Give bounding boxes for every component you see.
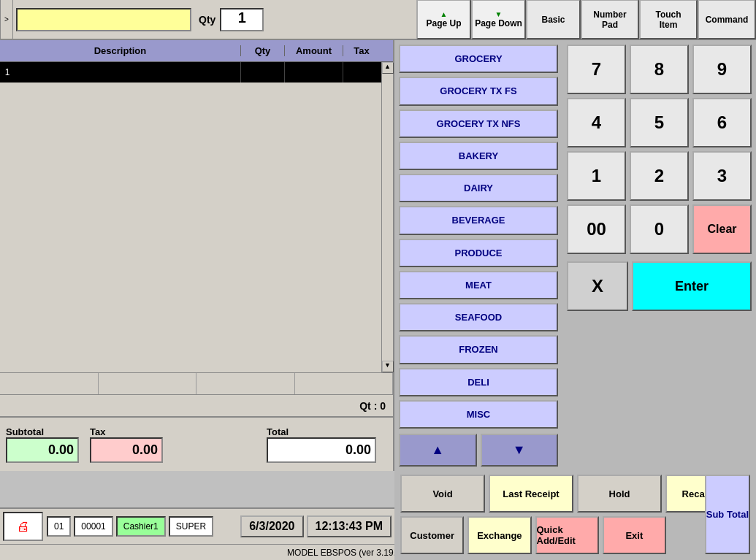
touch-item-button[interactable]: TouchItem: [639, 0, 698, 39]
num-00[interactable]: 00: [567, 204, 626, 254]
category-grocery[interactable]: GROCERY: [399, 45, 558, 73]
num-5[interactable]: 5: [630, 98, 689, 147]
category-meat[interactable]: MEAT: [399, 271, 558, 299]
num-8[interactable]: 8: [630, 45, 689, 94]
action-row-2: Customer Exchange Quick Add/Edit Exit: [400, 516, 750, 554]
time-display: 12:13:43 PM: [307, 515, 392, 537]
category-seafood[interactable]: SEAFOOD: [399, 303, 558, 331]
command-button[interactable]: Command: [698, 0, 756, 39]
void-button[interactable]: Void: [400, 475, 485, 513]
scroll-down-button[interactable]: ▼: [382, 361, 394, 372]
item-input[interactable]: [16, 8, 191, 31]
page-down-label: Page Down: [475, 18, 522, 28]
category-scroll-up[interactable]: ▲: [399, 434, 477, 467]
table-row[interactable]: 1: [0, 62, 381, 83]
category-panel: GROCERY GROCERY TX FS GROCERY TX NFS BAK…: [394, 40, 562, 471]
num-0[interactable]: 0: [630, 204, 689, 254]
row-description: [15, 62, 241, 83]
exchange-button[interactable]: Exchange: [467, 516, 531, 554]
table-rows: 1: [0, 62, 381, 372]
num-9[interactable]: 9: [692, 45, 752, 94]
total-label: Total: [267, 426, 376, 437]
quick-add-button[interactable]: Quick Add/Edit: [535, 516, 599, 554]
row-amount: [285, 62, 343, 83]
total-block: Total 0.00: [267, 426, 376, 463]
exit-button[interactable]: Exit: [603, 516, 666, 554]
bottom-action-row: [0, 372, 393, 394]
sub-total-button[interactable]: Sub Total: [705, 475, 750, 554]
qty-value: 1: [220, 8, 264, 31]
category-frozen[interactable]: FROZEN: [399, 335, 558, 364]
totals-row: Subtotal 0.00 Tax 0.00 Total 0.00: [0, 416, 393, 471]
category-dairy[interactable]: DAIRY: [399, 174, 558, 202]
category-scroll-down[interactable]: ▼: [481, 434, 559, 467]
clear-button[interactable]: Clear: [692, 204, 752, 254]
enter-button[interactable]: Enter: [632, 261, 752, 311]
subtotal-value: 0.00: [6, 437, 79, 463]
num-1[interactable]: 1: [567, 151, 626, 201]
table-body: 1 ▲ ▼: [0, 62, 393, 372]
store-id: 00001: [74, 516, 112, 537]
touch-item-label: TouchItem: [655, 9, 681, 30]
qt-row: Qt : 0: [0, 394, 393, 416]
numpad-panel: 7 8 9 4 5 6 1 2 3 00 0 Clear X Enter: [562, 40, 756, 471]
top-nav-buttons: ▲ Page Up ▼ Page Down Basic NumberPad To…: [416, 0, 756, 39]
num-4[interactable]: 4: [567, 98, 626, 147]
total-value: 0.00: [267, 437, 376, 463]
arrow-button[interactable]: >: [0, 0, 13, 39]
last-receipt-button[interactable]: Last Receipt: [489, 475, 573, 513]
scroll-up-button[interactable]: ▲: [382, 62, 394, 74]
command-label: Command: [706, 15, 749, 25]
category-grocery-tx-nfs[interactable]: GROCERY TX NFS: [399, 110, 558, 138]
action-cell-4: [295, 373, 394, 394]
num-2[interactable]: 2: [630, 151, 689, 201]
arrow-up-icon: ▲: [440, 10, 448, 18]
basic-button[interactable]: Basic: [526, 0, 581, 39]
page-up-label: Page Up: [426, 18, 461, 28]
action-cell-3: [196, 373, 295, 394]
number-pad-label: NumberPad: [593, 9, 626, 30]
action-cell-1: [0, 373, 99, 394]
qt-label: Qt : 0: [359, 400, 386, 412]
category-deli[interactable]: DELI: [399, 368, 558, 396]
basic-label: Basic: [541, 15, 565, 25]
num-6[interactable]: 6: [692, 98, 752, 147]
printer-icon-cell: 🖨: [3, 512, 43, 541]
num-7[interactable]: 7: [567, 45, 626, 94]
right-section: GROCERY GROCERY TX FS GROCERY TX NFS BAK…: [394, 40, 756, 471]
header-description: Description: [0, 45, 241, 56]
top-bar: > Qty 1 ▲ Page Up ▼ Page Down Basic Numb…: [0, 0, 756, 40]
num-3[interactable]: 3: [692, 151, 752, 201]
category-bakery[interactable]: BAKERY: [399, 142, 558, 170]
page-down-button[interactable]: ▼ Page Down: [471, 0, 526, 39]
customer-button[interactable]: Customer: [400, 516, 464, 554]
cashier-name: Cashier1: [116, 516, 166, 537]
terminal-id: 01: [47, 516, 71, 537]
category-grocery-tx-fs[interactable]: GROCERY TX FS: [399, 77, 558, 105]
scroll-bar[interactable]: ▲ ▼: [381, 62, 393, 372]
header-tax: Tax: [343, 45, 380, 56]
row-number: 1: [0, 67, 15, 77]
category-produce[interactable]: PRODUCE: [399, 239, 558, 267]
printer-icon: 🖨: [17, 519, 30, 534]
number-pad-button[interactable]: NumberPad: [581, 0, 639, 39]
x-button[interactable]: X: [567, 261, 628, 311]
table-header: Description Qty Amount Tax: [0, 40, 393, 62]
row-tax: [343, 62, 380, 83]
tax-block: Tax 0.00: [90, 426, 163, 463]
category-misc[interactable]: MISC: [399, 400, 558, 429]
bottom-section: Void Last Receipt Hold Recall Hold Sub T…: [394, 471, 756, 560]
tax-label: Tax: [90, 426, 163, 437]
action-row-1: Void Last Receipt Hold Recall Hold Sub T…: [400, 475, 750, 513]
page-up-button[interactable]: ▲ Page Up: [416, 0, 471, 39]
arrow-down-icon: ▼: [495, 10, 503, 18]
super-label: SUPER: [169, 516, 213, 537]
tax-value: 0.00: [90, 437, 163, 463]
category-beverage[interactable]: BEVERAGE: [399, 206, 558, 234]
action-cell-2: [99, 373, 197, 394]
numpad-grid: 7 8 9 4 5 6 1 2 3 00 0 Clear: [567, 45, 752, 254]
row-qty: [241, 62, 285, 83]
hold-button[interactable]: Hold: [577, 475, 662, 513]
datetime-area: 6/3/2020 12:13:43 PM: [240, 515, 392, 537]
status-bar: 🖨 01 00001 Cashier1 SUPER 6/3/2020 12:13…: [0, 507, 394, 544]
